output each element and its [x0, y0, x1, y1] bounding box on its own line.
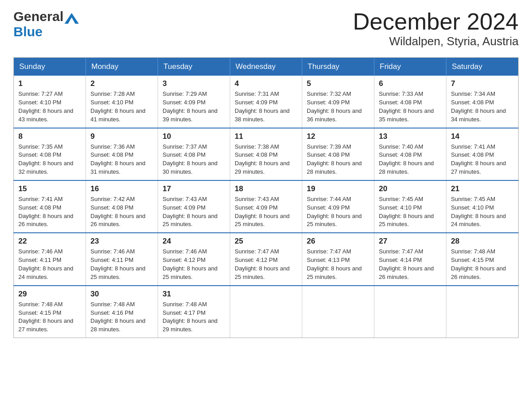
sunrise-time: Sunrise: 7:31 AM [235, 90, 279, 97]
sunset-time: Sunset: 4:15 PM [451, 257, 494, 263]
daylight-duration: Daylight: 8 hours and 28 minutes. [90, 317, 146, 333]
daylight-duration: Daylight: 8 hours and 25 minutes. [163, 265, 218, 280]
header-friday: Friday [374, 58, 446, 76]
daylight-duration: Daylight: 8 hours and 26 minutes. [451, 265, 506, 280]
sunrise-time: Sunrise: 7:45 AM [451, 196, 495, 202]
table-row: 13Sunrise: 7:40 AMSunset: 4:08 PMDayligh… [374, 128, 446, 180]
table-row: 4Sunrise: 7:31 AMSunset: 4:09 PMDaylight… [230, 76, 302, 128]
sunset-time: Sunset: 4:09 PM [163, 99, 206, 106]
day-info: Sunrise: 7:31 AMSunset: 4:09 PMDaylight:… [235, 90, 297, 124]
table-row: 6Sunrise: 7:33 AMSunset: 4:08 PMDaylight… [374, 76, 446, 128]
sunset-time: Sunset: 4:09 PM [163, 204, 206, 211]
table-row [446, 286, 519, 338]
daylight-duration: Daylight: 8 hours and 41 minutes. [90, 107, 146, 123]
day-number: 24 [163, 237, 225, 246]
daylight-duration: Daylight: 8 hours and 24 minutes. [451, 213, 506, 228]
sunrise-time: Sunrise: 7:47 AM [379, 248, 423, 255]
sunset-time: Sunset: 4:09 PM [307, 204, 350, 211]
day-number: 8 [18, 132, 81, 141]
table-row [374, 286, 446, 338]
day-number: 26 [307, 237, 369, 246]
header-monday: Monday [86, 58, 158, 76]
day-number: 6 [379, 79, 442, 88]
daylight-duration: Daylight: 8 hours and 25 minutes. [90, 265, 146, 280]
daylight-duration: Daylight: 8 hours and 26 minutes. [90, 213, 146, 228]
day-number: 28 [451, 237, 514, 246]
day-number: 3 [163, 79, 225, 88]
table-row: 17Sunrise: 7:43 AMSunset: 4:09 PMDayligh… [158, 180, 230, 233]
day-number: 22 [18, 237, 81, 246]
table-row [230, 286, 302, 338]
calendar-week-row: 1Sunrise: 7:27 AMSunset: 4:10 PMDaylight… [14, 76, 519, 128]
sunrise-time: Sunrise: 7:34 AM [451, 90, 495, 97]
sunrise-time: Sunrise: 7:29 AM [163, 90, 207, 97]
day-info: Sunrise: 7:34 AMSunset: 4:08 PMDaylight:… [451, 90, 514, 124]
day-info: Sunrise: 7:36 AMSunset: 4:08 PMDaylight:… [90, 143, 153, 176]
sunrise-time: Sunrise: 7:47 AM [235, 248, 279, 255]
sunrise-time: Sunrise: 7:48 AM [90, 301, 135, 308]
sunrise-time: Sunrise: 7:44 AM [307, 196, 351, 202]
table-row: 3Sunrise: 7:29 AMSunset: 4:09 PMDaylight… [158, 76, 230, 128]
day-number: 10 [163, 132, 225, 141]
daylight-duration: Daylight: 8 hours and 25 minutes. [235, 213, 290, 228]
day-number: 21 [451, 184, 514, 193]
sunrise-time: Sunrise: 7:27 AM [18, 90, 63, 97]
day-number: 17 [163, 184, 225, 193]
sunrise-time: Sunrise: 7:43 AM [235, 196, 279, 202]
header-tuesday: Tuesday [158, 58, 230, 76]
day-info: Sunrise: 7:46 AMSunset: 4:12 PMDaylight:… [163, 248, 225, 281]
sunrise-time: Sunrise: 7:43 AM [163, 196, 207, 202]
day-number: 2 [90, 79, 153, 88]
sunset-time: Sunset: 4:16 PM [90, 309, 133, 316]
day-info: Sunrise: 7:35 AMSunset: 4:08 PMDaylight:… [18, 143, 81, 176]
table-row: 30Sunrise: 7:48 AMSunset: 4:16 PMDayligh… [86, 286, 158, 338]
day-info: Sunrise: 7:28 AMSunset: 4:10 PMDaylight:… [90, 90, 153, 124]
calendar-subtitle: Wildalpen, Styria, Austria [353, 34, 519, 48]
header-wednesday: Wednesday [230, 58, 302, 76]
day-info: Sunrise: 7:47 AMSunset: 4:12 PMDaylight:… [235, 248, 297, 281]
table-row: 12Sunrise: 7:39 AMSunset: 4:08 PMDayligh… [302, 128, 374, 180]
sunset-time: Sunset: 4:15 PM [18, 309, 61, 316]
calendar-table: Sunday Monday Tuesday Wednesday Thursday… [13, 57, 519, 338]
sunset-time: Sunset: 4:11 PM [90, 257, 133, 263]
daylight-duration: Daylight: 8 hours and 29 minutes. [163, 317, 218, 333]
calendar-week-row: 29Sunrise: 7:48 AMSunset: 4:15 PMDayligh… [14, 286, 519, 338]
calendar-week-row: 15Sunrise: 7:41 AMSunset: 4:08 PMDayligh… [14, 180, 519, 233]
sunrise-time: Sunrise: 7:37 AM [163, 143, 207, 150]
sunrise-time: Sunrise: 7:48 AM [18, 301, 63, 308]
day-number: 5 [307, 79, 369, 88]
table-row: 27Sunrise: 7:47 AMSunset: 4:14 PMDayligh… [374, 233, 446, 285]
daylight-duration: Daylight: 8 hours and 25 minutes. [379, 213, 434, 228]
daylight-duration: Daylight: 8 hours and 31 minutes. [90, 160, 146, 175]
sunset-time: Sunset: 4:09 PM [235, 204, 278, 211]
day-info: Sunrise: 7:48 AMSunset: 4:16 PMDaylight:… [90, 300, 153, 334]
daylight-duration: Daylight: 8 hours and 29 minutes. [235, 160, 290, 175]
table-row: 28Sunrise: 7:48 AMSunset: 4:15 PMDayligh… [446, 233, 519, 285]
table-row [302, 286, 374, 338]
daylight-duration: Daylight: 8 hours and 43 minutes. [18, 107, 73, 123]
day-info: Sunrise: 7:48 AMSunset: 4:15 PMDaylight:… [451, 248, 514, 281]
day-number: 25 [235, 237, 297, 246]
sunrise-time: Sunrise: 7:47 AM [307, 248, 351, 255]
daylight-duration: Daylight: 8 hours and 38 minutes. [235, 107, 290, 123]
title-block: December 2024 Wildalpen, Styria, Austria [353, 9, 519, 48]
day-info: Sunrise: 7:47 AMSunset: 4:13 PMDaylight:… [307, 248, 369, 281]
table-row: 22Sunrise: 7:46 AMSunset: 4:11 PMDayligh… [14, 233, 86, 285]
day-number: 7 [451, 79, 514, 88]
sunset-time: Sunset: 4:12 PM [163, 257, 206, 263]
calendar-week-row: 22Sunrise: 7:46 AMSunset: 4:11 PMDayligh… [14, 233, 519, 285]
day-info: Sunrise: 7:45 AMSunset: 4:10 PMDaylight:… [379, 195, 442, 229]
daylight-duration: Daylight: 8 hours and 28 minutes. [379, 160, 434, 175]
day-number: 27 [379, 237, 442, 246]
sunrise-time: Sunrise: 7:48 AM [451, 248, 495, 255]
day-info: Sunrise: 7:45 AMSunset: 4:10 PMDaylight:… [451, 195, 514, 229]
table-row: 9Sunrise: 7:36 AMSunset: 4:08 PMDaylight… [86, 128, 158, 180]
table-row: 25Sunrise: 7:47 AMSunset: 4:12 PMDayligh… [230, 233, 302, 285]
sunset-time: Sunset: 4:08 PM [235, 151, 278, 158]
daylight-duration: Daylight: 8 hours and 24 minutes. [18, 265, 73, 280]
table-row: 23Sunrise: 7:46 AMSunset: 4:11 PMDayligh… [86, 233, 158, 285]
day-info: Sunrise: 7:47 AMSunset: 4:14 PMDaylight:… [379, 248, 442, 281]
table-row: 21Sunrise: 7:45 AMSunset: 4:10 PMDayligh… [446, 180, 519, 233]
sunrise-time: Sunrise: 7:46 AM [18, 248, 63, 255]
header-thursday: Thursday [302, 58, 374, 76]
